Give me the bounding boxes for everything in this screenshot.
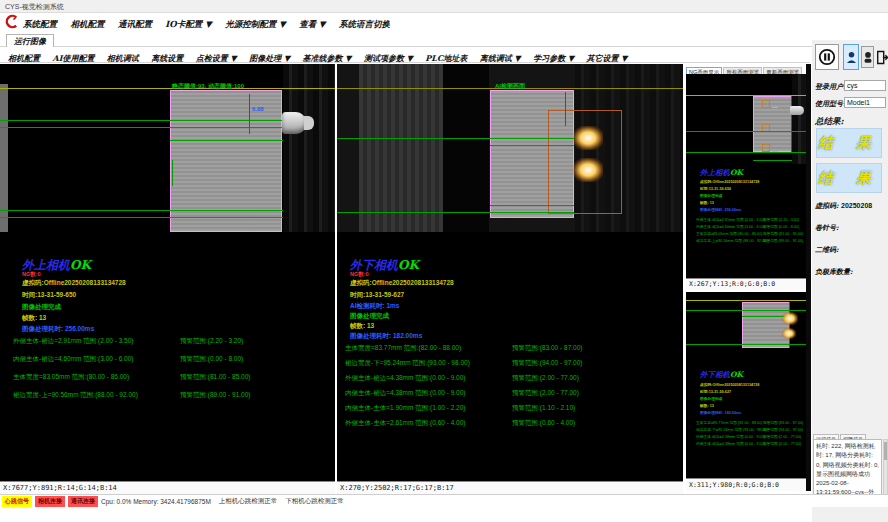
time-label: 时间:13-31-59-650: [22, 291, 76, 300]
measurement-row: 主体宽度=83.77mm 范围:(82.00 - 88.00)预警范围:(83.…: [345, 344, 461, 353]
process-time-label: 图像处理耗时: 256.00ms: [22, 325, 94, 334]
overlay-ai-box: [762, 144, 770, 152]
operator-icon: [863, 51, 873, 63]
middle-camera-statusbar: X:270;Y:2502;R:17;G:17;B:17: [337, 481, 683, 494]
measurement-row: 裙边宽度-上=90.56mm 范围:(88.00 - 92.00)预警范围:(8…: [696, 238, 808, 244]
window-titlebar: CYS-视觉检测系统: [0, 0, 888, 13]
exit-icon: [876, 50, 888, 65]
overlay-green-line: [0, 217, 283, 218]
cpu-memory-text: Cpu: 0.0% Memory: 3424.41796875M: [101, 498, 211, 505]
process-done-label: 图像处理完成: [700, 396, 722, 402]
ng-count-label: NG数:0: [350, 271, 369, 278]
app-window: { "window": { "title": "CYS-视觉检测系统" }, "…: [0, 0, 888, 522]
model-label: 使用型号:: [815, 99, 846, 109]
measurement-row: 外侧主体-裙边=2.91mm 范围:(2.00 - 3.50)预警范围:(2.2…: [13, 337, 133, 346]
bright-spot: [573, 158, 603, 182]
image-stripe-region: [283, 64, 335, 232]
overlay-green-line: [490, 205, 574, 206]
camera-link-badge: 相机连接: [35, 496, 65, 507]
model-field[interactable]: Model1: [844, 97, 886, 108]
log-tab-strip: 运行信息报警信息操作信息: [813, 427, 887, 438]
process-done-label: 图像处理完成: [22, 303, 61, 312]
page-tab-row: 运行图像: [0, 30, 888, 47]
preview-bottom-statusbar: X:311;Y:980;R:0;G:0;B:0: [686, 478, 808, 491]
measurement-row: 裙边宽度-上=90.56mm 范围:(88.00 - 92.00)预警范围:(8…: [13, 391, 138, 400]
frame-count-label: 帧数: 13: [350, 322, 374, 331]
control-panel: 登录用户: cys 使用型号: Model1 总结果: 结 果 结 果 虚拟码:…: [812, 40, 888, 522]
comm-link-badge: 通讯连接: [68, 496, 98, 507]
overlay-part-rect: [742, 302, 790, 348]
heartbeat-badge: 心跳信号: [2, 496, 32, 507]
threshold-label: 静态阈值:93, 动态阈值:100: [172, 82, 244, 91]
overlay-green-line: [490, 145, 574, 146]
upper-cam-heartbeat-text: 上相机心跳检测正常: [219, 497, 278, 506]
frame-count-label: 帧数: 13: [700, 403, 714, 409]
user-icon: [846, 51, 857, 64]
overlay-measure-line: [791, 96, 792, 152]
pause-icon: [818, 48, 836, 66]
frame-count-label: 帧数: 13: [22, 314, 46, 323]
process-time-label: 图像处理耗时: 256.00ms: [700, 207, 741, 213]
overlay-green-line: [686, 131, 808, 132]
overlay-measure-line: [789, 302, 790, 348]
pause-button[interactable]: [815, 44, 839, 70]
overlay-green-vline: [172, 160, 173, 186]
overlay-measure-line: [249, 94, 250, 134]
measurement-row: 裙边宽度-下=95.24mm 范围:(93.00 - 98.00)预警范围:(9…: [345, 359, 470, 368]
log-scrollbar-thumb[interactable]: [884, 442, 887, 460]
time-label: 时间:13-31-59-627: [700, 389, 731, 395]
ai-time-label: AI检测耗时: 1ms: [350, 302, 399, 311]
tab-run-image[interactable]: 运行图像: [6, 34, 54, 48]
total-result-label: 总结果:: [815, 116, 844, 128]
overlay-yellow-line: [686, 300, 808, 301]
virtual-code-value: 20250208: [841, 202, 872, 209]
image-band: [359, 64, 443, 232]
measurement-row: 内侧主体-裙边=4.38mm 范围:(0.00 - 9.00)预警范围:(2.0…: [345, 389, 465, 398]
time-label: 时间:13-31-59-627: [350, 291, 404, 300]
exit-button[interactable]: [876, 44, 888, 70]
measurement-row: 主体宽度=83.05mm 范围:(80.00 - 86.00)预警范围:(81.…: [696, 231, 808, 237]
frame-count-label: 帧数: 13: [700, 200, 714, 206]
process-time-label: 图像处理耗时: 182.00ms: [350, 332, 422, 341]
barcode-label: 虚拟码:Offline20250208133134728: [22, 279, 126, 288]
overlay-green-line: [0, 210, 283, 211]
measurement-row: 内侧主体-主体=1.90mm 范围:(1.00 - 2.20)预警范围:(1.1…: [345, 404, 465, 413]
bright-spot: [573, 126, 603, 150]
operator-button[interactable]: [861, 46, 874, 68]
measurement-row: 主体宽度=83.05mm 范围:(80.00 - 86.00)预警范围:(81.…: [13, 373, 129, 382]
process-done-label: 图像处理完成: [700, 193, 722, 199]
middle-camera-image[interactable]: AI检测画面: [337, 64, 683, 232]
barcode-label: 虚拟码:Offline20250208133134728: [700, 382, 759, 388]
image-dark-band: [443, 64, 489, 232]
lower-cam-heartbeat-text: 下相机心跳检测正常: [285, 497, 344, 506]
bright-spot: [782, 328, 796, 339]
qrcode-label: 二维码:: [815, 245, 839, 255]
window-title: CYS-视觉检测系统: [5, 3, 64, 10]
measurement-row: 内侧主体-裙边=4.38mm 范围:(0.00 - 9.00)预警范围:(2.0…: [696, 441, 808, 447]
overlay-green-line: [170, 140, 283, 141]
connector-part: [790, 106, 804, 115]
left-camera-image[interactable]: 6.88 静态阈值:93, 动态阈值:100: [0, 64, 335, 232]
ai-view-label: AI检测画面: [495, 82, 525, 91]
overlay-ai-box: [762, 100, 770, 108]
barcode-label: 虚拟码:Offline20250208133134728: [350, 279, 454, 288]
overlay-green-line: [686, 152, 808, 153]
measurement-row: 外侧主体-裙边=2.91mm 范围:(2.00 - 3.50)预警范围:(2.2…: [696, 217, 808, 223]
user-login-button[interactable]: [843, 44, 859, 70]
preview-panel-bottom[interactable]: 外下相机OK 虚拟码:Offline20250208133134728 时间:1…: [686, 292, 808, 478]
process-time-label: 图像处理耗时: 182.00ms: [700, 410, 741, 416]
virtual-code-label: 虚拟码: 20250208: [815, 201, 872, 211]
middle-camera-panel: AI检测画面 外下相机OK NG数:0 虚拟码:Offline202502081…: [337, 64, 683, 481]
ng-count-label: NG数:0: [22, 271, 41, 278]
needle-number-label: 卷针号:: [815, 223, 839, 233]
measurement-row: 外侧主体-主体=2.61mm 范围:(0.60 - 4.00)预警范围:(0.6…: [345, 419, 465, 428]
connector-tip: [304, 116, 314, 130]
preview-panel-top[interactable]: 外上相机OK 虚拟码:Offline20250208133134728 时间:1…: [686, 74, 808, 278]
process-done-label: 图像处理完成: [350, 312, 389, 321]
app-logo-icon: [4, 14, 19, 29]
login-user-field[interactable]: cys: [844, 80, 886, 91]
menu-bar: 系统配置 相机配置 通讯配置 IO卡配置 ▼ 光源控制配置 ▼ 查看 ▼ 系统语…: [0, 13, 888, 30]
bright-spot: [782, 312, 798, 325]
app-statusbar: 心跳信号 相机连接 通讯连接 Cpu: 0.0% Memory: 3424.41…: [0, 494, 888, 507]
measurement-row: 内侧主体-裙边=4.60mm 范围:(3.00 - 6.00)预警范围:(0.0…: [696, 224, 808, 230]
